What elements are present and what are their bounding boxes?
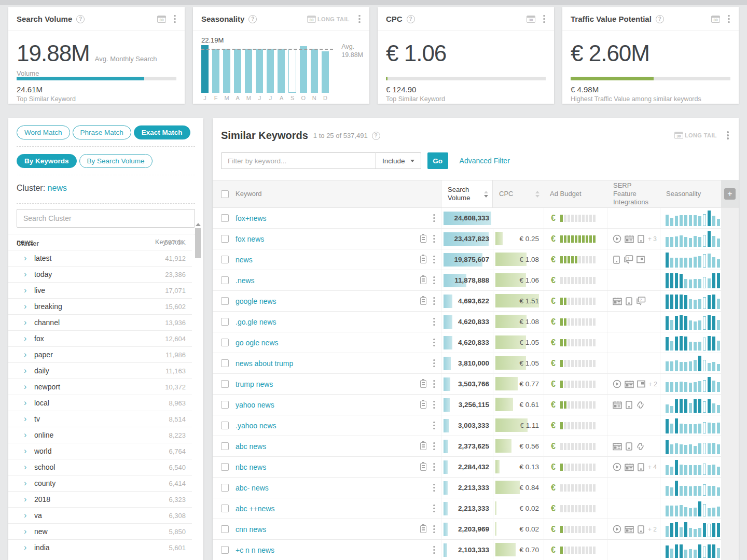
keyword-link[interactable]: news about trump xyxy=(236,359,293,368)
mobile-serp-icon[interactable] xyxy=(637,525,645,534)
cluster-row[interactable]: ›tv8,514 xyxy=(8,411,192,427)
row-kebab-menu-icon[interactable] xyxy=(431,317,438,327)
tab-by-keywords[interactable]: By Keywords xyxy=(17,154,77,168)
row-kebab-menu-icon[interactable] xyxy=(431,338,438,347)
questions-serp-icon[interactable]: ? xyxy=(624,255,633,264)
cluster-row[interactable]: ›today23,386 xyxy=(8,266,192,282)
cluster-row[interactable]: ›live17,071 xyxy=(8,282,192,298)
cluster-row[interactable]: ›paper11,986 xyxy=(8,346,192,362)
news-serp-icon[interactable] xyxy=(625,525,634,534)
keyword-link[interactable]: yahoo news xyxy=(236,401,274,409)
cluster-row[interactable]: ›school6,540 xyxy=(8,459,192,475)
row-kebab-menu-icon[interactable] xyxy=(431,421,438,430)
keyword-link[interactable]: .yahoo news xyxy=(236,422,276,430)
column-header-cpc[interactable]: CPC xyxy=(493,180,544,207)
go-button[interactable]: Go xyxy=(427,152,448,169)
cluster-row[interactable]: ›20186,323 xyxy=(8,491,192,507)
keyword-link[interactable]: google news xyxy=(236,297,276,305)
serp-snapshot-icon[interactable] xyxy=(420,235,426,243)
news-serp-icon[interactable] xyxy=(625,463,634,471)
include-dropdown[interactable]: Include xyxy=(376,152,421,169)
row-kebab-menu-icon[interactable] xyxy=(431,400,438,410)
serp-snapshot-icon[interactable] xyxy=(420,297,426,305)
questions-serp-icon[interactable]: ? xyxy=(636,297,646,305)
row-checkbox[interactable] xyxy=(221,442,229,450)
row-checkbox[interactable] xyxy=(221,297,229,305)
kebab-menu-icon[interactable] xyxy=(541,15,548,24)
mobile-serp-icon[interactable] xyxy=(637,463,645,471)
kebab-menu-icon[interactable] xyxy=(724,131,731,140)
row-kebab-menu-icon[interactable] xyxy=(431,483,438,493)
help-icon[interactable] xyxy=(407,15,415,23)
cluster-row[interactable]: ›va6,308 xyxy=(8,507,192,523)
kebab-menu-icon[interactable] xyxy=(171,15,178,24)
mobile-serp-icon[interactable] xyxy=(613,256,620,264)
row-kebab-menu-icon[interactable] xyxy=(431,255,438,264)
scroll-up-icon[interactable] xyxy=(196,223,201,226)
serp-snapshot-icon[interactable] xyxy=(420,256,426,263)
serp-snapshot-icon[interactable] xyxy=(420,442,426,450)
news-serp-icon[interactable] xyxy=(613,442,622,451)
row-checkbox[interactable] xyxy=(221,505,229,512)
keyword-link[interactable]: nbc news xyxy=(236,463,266,471)
calendar-icon[interactable]: 30 xyxy=(157,16,166,23)
keyword-link[interactable]: go ogle news xyxy=(236,339,279,347)
sidebar-scrollbar[interactable] xyxy=(195,222,201,560)
row-kebab-menu-icon[interactable] xyxy=(431,297,438,306)
row-kebab-menu-icon[interactable] xyxy=(431,525,438,534)
mobile-serp-icon[interactable] xyxy=(637,235,645,243)
row-kebab-menu-icon[interactable] xyxy=(431,359,438,368)
row-checkbox[interactable] xyxy=(221,422,229,429)
row-kebab-menu-icon[interactable] xyxy=(431,214,438,223)
video-serp-icon[interactable] xyxy=(613,525,621,534)
tab-by-search-volume[interactable]: By Search Volume xyxy=(79,154,153,168)
video-serp-icon[interactable] xyxy=(613,380,621,388)
cluster-row[interactable]: ›newport10,372 xyxy=(8,379,192,395)
news-serp-icon[interactable] xyxy=(625,380,634,388)
long-tail-toggle[interactable]: 30 LONG TAIL xyxy=(674,132,717,139)
row-checkbox[interactable] xyxy=(221,484,229,492)
help-icon[interactable] xyxy=(76,15,85,23)
keyword-link[interactable]: .news xyxy=(236,276,255,285)
keyword-link[interactable]: fox+news xyxy=(236,214,267,222)
video-serp-icon[interactable] xyxy=(613,463,621,471)
keyword-link[interactable]: trump news xyxy=(236,380,273,388)
serp-snapshot-icon[interactable] xyxy=(420,380,426,388)
keyword-link[interactable]: news xyxy=(236,256,253,264)
cluster-row[interactable]: ›breaking15,602 xyxy=(8,298,192,314)
keyword-link[interactable]: abc ++news xyxy=(236,505,275,513)
tab-word-match[interactable]: Word Match xyxy=(17,125,70,139)
keyword-link[interactable]: abc- news xyxy=(236,484,269,492)
keyword-link[interactable]: fox news xyxy=(236,235,264,243)
cluster-row[interactable]: ›county6,414 xyxy=(8,475,192,491)
image-serp-icon[interactable] xyxy=(637,380,645,388)
cluster-row[interactable]: ›india5,601 xyxy=(8,539,192,555)
kebab-menu-icon[interactable] xyxy=(356,15,363,24)
cluster-row[interactable]: ›channel13,936 xyxy=(8,314,192,330)
row-checkbox[interactable] xyxy=(221,235,229,243)
advanced-filter-link[interactable]: Advanced Filter xyxy=(460,157,510,165)
row-checkbox[interactable] xyxy=(221,256,229,263)
keyword-link[interactable]: cnn news xyxy=(236,525,266,534)
long-tail-toggle[interactable]: 30 LONG TAIL xyxy=(307,16,350,23)
cluster-row[interactable]: ›new5,850 xyxy=(8,523,192,539)
cluster-row[interactable]: ›world6,764 xyxy=(8,443,192,459)
calendar-icon[interactable]: 30 xyxy=(527,16,535,23)
scrollbar-thumb[interactable] xyxy=(195,228,201,258)
link-serp-icon[interactable] xyxy=(636,442,645,451)
serp-snapshot-icon[interactable] xyxy=(420,401,426,409)
row-kebab-menu-icon[interactable] xyxy=(431,234,438,244)
row-checkbox[interactable] xyxy=(221,359,229,367)
cluster-row[interactable]: ›latest41,912 xyxy=(8,250,192,266)
news-serp-icon[interactable] xyxy=(625,235,634,243)
serp-snapshot-icon[interactable] xyxy=(420,525,426,533)
tab-phrase-match[interactable]: Phrase Match xyxy=(73,125,131,139)
row-kebab-menu-icon[interactable] xyxy=(431,276,438,285)
row-checkbox[interactable] xyxy=(221,401,229,409)
mobile-serp-icon[interactable] xyxy=(625,297,633,305)
row-checkbox[interactable] xyxy=(221,463,229,471)
help-icon[interactable] xyxy=(656,15,664,23)
calendar-icon[interactable]: 30 xyxy=(711,16,720,23)
help-icon[interactable] xyxy=(372,132,380,140)
select-all-checkbox[interactable] xyxy=(221,190,229,198)
